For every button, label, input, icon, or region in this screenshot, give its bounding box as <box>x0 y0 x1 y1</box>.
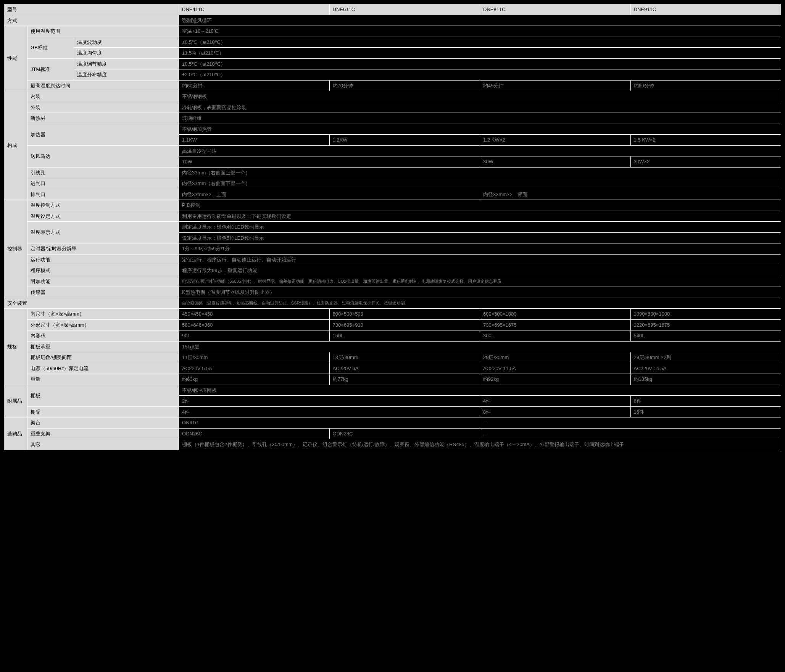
opt-group: 选购品 <box>4 417 27 450</box>
spec-outer-v2: 730×695×910 <box>329 319 480 330</box>
stack-label: 重叠支架 <box>27 428 179 439</box>
reach-v3: 约45分钟 <box>480 80 630 91</box>
holder-v3: 8件 <box>480 406 630 417</box>
spec-table: 型号 DNE411C DNE611C DNE811C DNE911C 方式 强制… <box>4 4 781 450</box>
tdisp-r2: 设定温度显示：橙色5位LED数码显示 <box>179 232 781 243</box>
spec-outer-label: 外形尺寸（宽×深×高mm） <box>27 319 179 330</box>
spec-inner-v3: 600×500×1000 <box>480 309 630 320</box>
shelf-v3: 4件 <box>480 396 630 407</box>
reach-v4: 约60分钟 <box>630 80 781 91</box>
fan-v3: 30W <box>480 156 630 168</box>
spec-vol-v2: 150L <box>329 330 480 342</box>
spec-weight-v1: 约63kg <box>179 374 329 385</box>
model-3: DNE811C <box>480 4 630 15</box>
header-row: 型号 DNE411C DNE611C DNE811C DNE911C <box>4 4 781 15</box>
safety-label: 安全装置 <box>4 298 179 309</box>
fan-top: 高温自冷型马达 <box>179 145 781 156</box>
reach-label: 最高温度到达时间 <box>27 80 179 91</box>
jtm-dist-value: ±2.0℃（at210℃） <box>179 69 781 81</box>
spec-layers-v3: 29层/30mm <box>480 352 630 363</box>
model-4: DNE911C <box>630 4 781 15</box>
heater-label: 加热器 <box>27 124 179 145</box>
sensor-label: 传感器 <box>27 287 179 298</box>
jtm-adj-label: 温度调节精度 <box>74 58 179 69</box>
intake-label: 进气口 <box>27 178 179 189</box>
heater-v4: 1.5 KW×2 <box>630 135 781 146</box>
model-label: 型号 <box>4 4 179 15</box>
spec-inner-v1: 450×450×450 <box>179 309 329 320</box>
exhaust-v34: 内径33mm×2，背面 <box>480 189 781 200</box>
shelf-v4: 8件 <box>630 396 781 407</box>
tcmode-label: 温度控制方式 <box>27 200 179 211</box>
stand-v34: — <box>480 417 781 429</box>
other-value: 棚板（1件棚板包含2件棚受）、引线孔（30/50mm）、记录仪、组合警示灯（待机… <box>179 439 781 450</box>
tset-value: 利用专用运行功能菜单键以及上下键实现数码设定 <box>179 211 781 222</box>
holder-label: 棚受 <box>27 406 179 417</box>
spec-load-label: 棚板承重 <box>27 341 179 352</box>
perf-group: 性能 <box>4 26 27 91</box>
fan-v12: 10W <box>179 156 480 168</box>
exhaust-v12: 内径33mm×2，上面 <box>179 189 480 200</box>
struct-group: 构成 <box>4 91 27 200</box>
tdisp-label: 温度表示方式 <box>27 222 179 243</box>
safety-value: 自诊断回路（温度传感异常、加热器断线、自动过升防止、SSR短路）、过升防止器、过… <box>179 298 781 309</box>
gb-fluct-label: 温度波动度 <box>74 37 179 48</box>
method-label: 方式 <box>4 15 179 26</box>
spec-vol-v3: 300L <box>480 330 630 342</box>
spec-power-label: 电源（50/60Hz）额定电流 <box>27 363 179 374</box>
run-label: 运行功能 <box>27 254 179 265</box>
spec-power-v3: AC220V 11.5A <box>480 363 630 374</box>
holder-v12: 4件 <box>179 406 480 417</box>
spec-outer-v1: 580×646×860 <box>179 319 329 330</box>
temp-range-value: 室温+10～210℃ <box>179 26 781 37</box>
other-label: 其它 <box>27 439 179 450</box>
extra-value: 电源/运行累计时间功能（65535小时）、时钟显示、偏差修正功能、累积消耗电力、… <box>179 276 781 287</box>
stack-v1: ODN26C <box>179 428 329 439</box>
outer-value: 冷轧钢板，表面耐药品性涂装 <box>179 102 781 113</box>
shelf-v12: 2件 <box>179 396 480 407</box>
spec-outer-v4: 1220×695×1675 <box>630 319 781 330</box>
stack-v2: ODN28C <box>329 428 480 439</box>
gb-unif-value: ±1.5%（at210℃） <box>179 48 781 59</box>
stand-v12: ON61C <box>179 417 480 429</box>
inner-label: 内装 <box>27 91 179 102</box>
heater-v3: 1.2 KW×2 <box>480 135 630 146</box>
temp-range-label: 使用温度范围 <box>27 26 179 37</box>
spec-inner-v4: 1090×500×1000 <box>630 309 781 320</box>
ctrl-group: 控制器 <box>4 200 27 298</box>
spec-layers-v1: 11层/30mm <box>179 352 329 363</box>
shelf-label: 棚板 <box>27 385 179 406</box>
prog-value: 程序运行最大99步，重复运行功能 <box>179 265 781 276</box>
outer-label: 外装 <box>27 102 179 113</box>
tdisp-r1: 测定温度显示：绿色4位LED数码显示 <box>179 222 781 233</box>
reach-v1: 约60分钟 <box>179 80 329 91</box>
extra-label: 附加功能 <box>27 276 179 287</box>
timer-label: 定时器/定时器分辨率 <box>27 243 179 255</box>
inner-value: 不锈钢钢板 <box>179 91 781 102</box>
spec-inner-label: 内尺寸（宽×深×高mm） <box>27 309 179 320</box>
insul-value: 玻璃纤维 <box>179 113 781 124</box>
heater-v2: 1.2KW <box>329 135 480 146</box>
spec-power-v2: AC220V 6A <box>329 363 480 374</box>
model-2: DNE611C <box>329 4 480 15</box>
spec-layers-v4: 29层/30mm ×2列 <box>630 352 781 363</box>
run-value: 定值运行、程序运行、自动停止运行、自动开始运行 <box>179 254 781 265</box>
acc-group: 附属品 <box>4 385 27 417</box>
heater-v1: 1.1KW <box>179 135 329 146</box>
jtm-adj-value: ±0.5℃（at210℃） <box>179 58 781 69</box>
spec-layers-v2: 13层/30mm <box>329 352 480 363</box>
intake-value: 内径33mm（右侧面下部一个） <box>179 178 781 189</box>
fan-label: 送风马达 <box>27 145 179 167</box>
spec-vol-v4: 540L <box>630 330 781 342</box>
spec-power-v1: AC220V 5.5A <box>179 363 329 374</box>
jtm-label: JTM标准 <box>27 58 74 80</box>
cable-label: 引线孔 <box>27 167 179 178</box>
reach-v2: 约70分钟 <box>329 80 480 91</box>
gb-unif-label: 温度均匀度 <box>74 48 179 59</box>
spec-group: 规格 <box>4 309 27 385</box>
spec-power-v4: AC220V 14.5A <box>630 363 781 374</box>
sensor-value: K型热电偶（温度调节器以及过升防止器） <box>179 287 781 298</box>
stand-label: 架台 <box>27 417 179 429</box>
tset-label: 温度设定方式 <box>27 211 179 222</box>
gb-label: GB标准 <box>27 37 74 58</box>
